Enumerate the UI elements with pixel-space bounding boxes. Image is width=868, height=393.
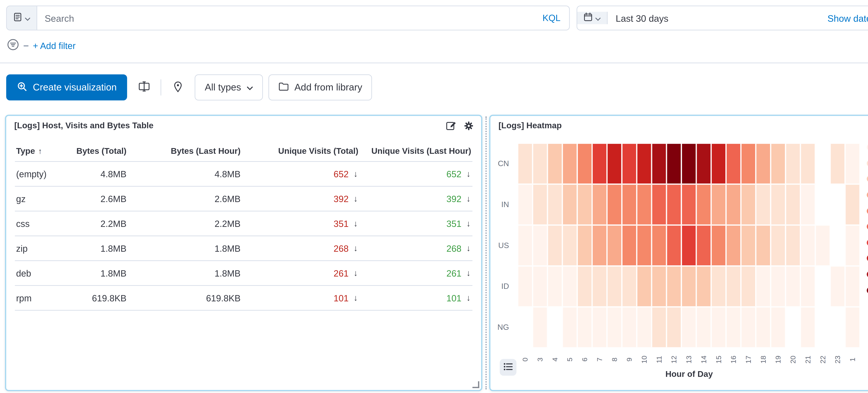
heatmap-cell[interactable] <box>741 266 756 307</box>
heatmap-cell[interactable] <box>592 225 607 266</box>
heatmap-cell[interactable] <box>741 184 756 225</box>
heatmap-cell[interactable] <box>607 225 622 266</box>
heatmap-cell[interactable] <box>756 266 771 307</box>
filter-funnel-icon[interactable] <box>7 38 19 53</box>
heatmap-cell[interactable] <box>637 184 652 225</box>
heatmap-cell[interactable] <box>696 225 711 266</box>
heatmap-cell[interactable] <box>562 143 577 184</box>
heatmap-cell[interactable] <box>548 184 562 225</box>
heatmap-cell[interactable] <box>785 225 801 266</box>
heatmap-cell[interactable] <box>548 225 562 266</box>
add-text-button[interactable] <box>133 74 155 100</box>
heatmap-cell[interactable] <box>652 307 666 348</box>
heatmap-cell[interactable] <box>845 307 860 348</box>
heatmap-cell[interactable] <box>607 184 622 225</box>
heatmap-cell[interactable] <box>711 225 726 266</box>
table-column-header[interactable]: Unique Visits (Last Hour) <box>360 142 472 161</box>
heatmap-cell[interactable] <box>607 266 622 307</box>
legend-item[interactable]: 42 - 48 <box>867 250 868 266</box>
heatmap-cell[interactable] <box>845 266 860 307</box>
legend-item[interactable]: 6 - 12 <box>867 155 868 171</box>
heatmap-cell[interactable] <box>845 184 860 225</box>
add-from-library-button[interactable]: Add from library <box>268 74 372 100</box>
heatmap-cell[interactable] <box>711 266 726 307</box>
heatmap-cell[interactable] <box>577 225 592 266</box>
search-input[interactable] <box>37 6 534 30</box>
legend-item[interactable]: 24 - 30 <box>867 203 868 219</box>
heatmap-cell[interactable] <box>666 225 681 266</box>
heatmap-cell[interactable] <box>518 225 533 266</box>
legend-item[interactable]: 48 - 54 <box>867 267 868 282</box>
heatmap-cell[interactable] <box>666 307 681 348</box>
heatmap-cell[interactable] <box>592 307 607 348</box>
legend-item[interactable]: 0 - 6 <box>867 140 868 155</box>
heatmap-cell[interactable] <box>533 266 548 307</box>
legend-item[interactable]: 30 - 36 <box>867 219 868 235</box>
heatmap-cell[interactable] <box>533 225 548 266</box>
heatmap-cell[interactable] <box>845 143 860 184</box>
heatmap-cell[interactable] <box>726 307 741 348</box>
heatmap-cell[interactable] <box>681 307 696 348</box>
heatmap-cell[interactable] <box>562 307 577 348</box>
heatmap-cell[interactable] <box>592 266 607 307</box>
heatmap-cell[interactable] <box>726 266 741 307</box>
legend-toggle-button[interactable] <box>500 359 517 375</box>
kql-syntax-button[interactable]: KQL <box>534 6 569 30</box>
heatmap-cell[interactable] <box>548 143 562 184</box>
heatmap-cell[interactable] <box>741 143 756 184</box>
heatmap-cell[interactable] <box>577 143 592 184</box>
heatmap-cell[interactable] <box>518 143 533 184</box>
heatmap-cell[interactable] <box>801 266 815 307</box>
heatmap-cell[interactable] <box>533 184 548 225</box>
heatmap-cell[interactable] <box>771 266 785 307</box>
heatmap-cell[interactable] <box>696 184 711 225</box>
heatmap-cell[interactable] <box>785 266 801 307</box>
heatmap-cell[interactable] <box>801 143 815 184</box>
heatmap-cell[interactable] <box>637 225 652 266</box>
heatmap-cell[interactable] <box>741 307 756 348</box>
heatmap-cell[interactable] <box>607 307 622 348</box>
heatmap-cell[interactable] <box>801 184 815 225</box>
heatmap-cell[interactable] <box>815 225 830 266</box>
heatmap-cell[interactable] <box>830 266 845 307</box>
heatmap-cell[interactable] <box>577 184 592 225</box>
heatmap-cell[interactable] <box>666 143 681 184</box>
panel-resize-handle[interactable] <box>472 381 479 388</box>
heatmap-cell[interactable] <box>637 266 652 307</box>
heatmap-cell[interactable] <box>756 143 771 184</box>
heatmap-cell[interactable] <box>771 225 785 266</box>
show-dates-button[interactable]: Show dates <box>819 13 868 23</box>
heatmap-cell[interactable] <box>696 266 711 307</box>
date-range-value[interactable]: Last 30 days <box>608 13 669 23</box>
heatmap-cell[interactable] <box>607 143 622 184</box>
add-map-button[interactable] <box>167 74 189 100</box>
add-filter-button[interactable]: + Add filter <box>33 41 75 51</box>
heatmap-cell[interactable] <box>756 225 771 266</box>
heatmap-cell[interactable] <box>592 143 607 184</box>
heatmap-cell[interactable] <box>696 143 711 184</box>
all-types-dropdown[interactable]: All types <box>195 74 262 100</box>
saved-queries-menu-button[interactable] <box>7 6 37 30</box>
legend-item[interactable]: 18 - 24 <box>867 187 868 203</box>
heatmap-cell[interactable] <box>562 184 577 225</box>
heatmap-cell[interactable] <box>741 225 756 266</box>
heatmap-cell[interactable] <box>681 143 696 184</box>
heatmap-cell[interactable] <box>518 184 533 225</box>
heatmap-cell[interactable] <box>562 266 577 307</box>
heatmap-cell[interactable] <box>726 143 741 184</box>
heatmap-cell[interactable] <box>533 143 548 184</box>
heatmap-cell[interactable] <box>622 143 637 184</box>
heatmap-cell[interactable] <box>681 225 696 266</box>
heatmap-cell[interactable] <box>681 266 696 307</box>
heatmap-cell[interactable] <box>801 225 815 266</box>
heatmap-cell[interactable] <box>622 184 637 225</box>
table-column-header[interactable]: Bytes (Total) <box>71 142 128 161</box>
heatmap-cell[interactable] <box>771 184 785 225</box>
heatmap-cell[interactable] <box>518 266 533 307</box>
panel-title[interactable]: [Logs] Heatmap <box>498 121 562 130</box>
heatmap-cell[interactable] <box>711 184 726 225</box>
panel-title[interactable]: [Logs] Host, Visits and Bytes Table <box>14 121 153 130</box>
legend-item[interactable]: 12 - 18 <box>867 171 868 187</box>
legend-item[interactable]: 54 - 60 <box>867 282 868 298</box>
heatmap-cell[interactable] <box>622 307 637 348</box>
